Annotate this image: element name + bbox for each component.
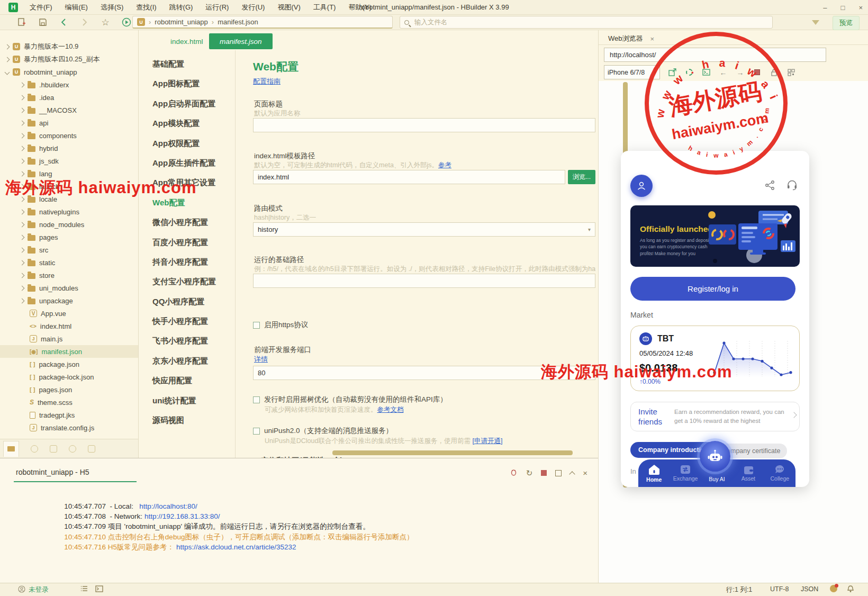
close-console-icon[interactable]: × [583,468,587,477]
tree-row[interactable]: theme.scss [0,396,138,409]
chevron-icon[interactable] [20,158,25,164]
tree-row[interactable]: src [0,243,138,256]
dev-port-detail-link[interactable]: 详情 [254,355,268,364]
menu-item[interactable]: 文件(F) [23,3,59,11]
save-icon[interactable] [37,16,49,28]
tree-row[interactable]: package-lock.json [0,371,138,383]
tree-row[interactable]: pages [0,231,138,243]
config-nav-item[interactable]: 百度小程序配置 [139,232,235,252]
bell-icon[interactable] [847,585,854,594]
config-nav-item[interactable]: 飞书小程序配置 [139,331,235,350]
treeshake-checkbox-row[interactable]: 发行时启用摇树优化（自动裁剪没有使用的组件和API库） [253,395,447,404]
tree-row[interactable]: robotmint_uniapp [0,66,138,78]
console-tab[interactable]: robotmint_uniapp - H5 [16,468,89,476]
menu-item[interactable]: 帮助(Y) [342,3,377,11]
https-checkbox-row[interactable]: 启用https协议 [253,320,308,330]
share-icon[interactable] [765,180,775,193]
login-status[interactable]: 未登录 [29,585,49,594]
tree-row[interactable]: unpackage [0,294,138,307]
config-nav-item[interactable]: uni统计配置 [139,391,235,410]
filetype-indicator[interactable]: JSON [801,585,818,593]
chevron-icon[interactable] [20,82,25,87]
terminal-icon[interactable] [95,585,103,594]
horizontal-scrollbar[interactable] [332,450,573,455]
tree-row[interactable]: translate.config.js [0,421,138,434]
outline-icon[interactable] [80,585,88,593]
config-nav-item[interactable]: 京东小程序配置 [139,351,235,371]
chevron-icon[interactable] [20,285,25,291]
chevron-icon[interactable] [20,260,25,265]
chevron-icon[interactable] [20,234,25,240]
chevron-icon[interactable] [20,171,25,176]
breadcrumb[interactable]: U › robotmint_uniapp › manifest.json [132,16,393,29]
tree-row[interactable]: components [0,129,138,142]
tree-row[interactable]: .idea [0,91,138,104]
config-nav-item[interactable]: App启动界面配置 [139,94,235,113]
star-icon[interactable]: ☆ [100,16,111,28]
tree-row[interactable]: api [0,116,138,129]
search-input[interactable] [413,18,731,26]
config-nav-item[interactable]: QQ小程序配置 [139,292,235,311]
chevron-icon[interactable] [5,57,10,62]
extensions-panel-icon[interactable] [88,445,95,453]
unipush-checkbox[interactable] [253,428,260,435]
config-nav-item[interactable]: 支付宝小程序配置 [139,272,235,291]
tab-index-html[interactable]: index.html [160,33,214,49]
config-guide-link[interactable]: 配置指南 [253,77,281,86]
run-icon[interactable] [121,16,132,28]
nav-college[interactable]: College [764,459,795,487]
tree-row[interactable]: tradegpt.jks [0,409,138,421]
page-title-input[interactable] [253,118,595,132]
update-icon[interactable] [830,585,837,594]
tree-row[interactable]: 暴力熊版本四10.25_副本 [0,53,138,66]
tree-row[interactable]: store [0,269,138,282]
menu-item[interactable]: 选择(S) [94,3,130,11]
config-nav-item[interactable]: App原生插件配置 [139,153,235,173]
new-file-icon[interactable] [16,16,28,28]
config-nav-item[interactable]: 微信小程序配置 [139,212,235,232]
tree-row[interactable]: js_sdk [0,155,138,167]
breadcrumb-file[interactable]: manifest.json [218,18,258,26]
filter-icon[interactable] [810,16,821,28]
debug-icon[interactable] [510,468,518,478]
config-nav-item[interactable]: 快手小程序配置 [139,311,235,331]
chevron-icon[interactable] [20,209,25,214]
chevron-icon[interactable] [20,247,25,252]
menu-item[interactable]: 工具(T) [307,3,342,11]
tree-row[interactable]: manifest.json [0,345,138,358]
menu-item[interactable]: 跳转(G) [163,3,200,11]
breadcrumb-project[interactable]: robotmint_uniapp [155,18,207,26]
buy-ai-robot-icon[interactable] [700,441,730,472]
history-panel-icon[interactable] [69,445,76,453]
close-button[interactable]: × [858,4,863,12]
register-login-button[interactable]: Register/log in [630,277,795,301]
menu-item[interactable]: 发行(U) [235,3,271,11]
chevron-icon[interactable] [5,69,10,75]
config-nav-item[interactable]: App权限配置 [139,133,235,153]
nav-home[interactable]: Home [638,459,670,487]
nav-asset[interactable]: Asset [733,459,764,487]
chevron-icon[interactable] [5,44,10,49]
config-nav-item[interactable]: 基础配置 [139,54,235,74]
treeshake-doc-link[interactable]: 参考文档 [377,406,404,413]
preview-button[interactable]: 预览 [833,16,860,30]
search-panel-icon[interactable] [31,445,38,453]
router-mode-select[interactable]: history▾ [253,222,595,237]
chevron-icon[interactable] [20,298,25,303]
menu-item[interactable]: 编辑(E) [59,3,94,11]
tree-row[interactable]: __MACOSX [0,104,138,116]
config-nav-item[interactable]: App模块配置 [139,113,235,133]
tree-row[interactable]: static [0,256,138,269]
collapse-icon[interactable] [569,471,575,477]
avatar[interactable] [630,175,653,197]
template-path-input[interactable]: index.html [253,170,565,184]
promo-banner[interactable]: Officially launched As long as you regis… [630,205,800,267]
config-nav-item[interactable]: App图标配置 [139,74,235,93]
rerun-icon[interactable]: ↻ [526,468,533,478]
tree-row[interactable]: 暴力熊版本一10.9 [0,40,138,53]
cursor-position[interactable]: 行:1 列:1 [726,585,752,594]
back-icon[interactable] [58,16,70,28]
tree-row[interactable]: hybrid [0,142,138,155]
config-nav-item[interactable]: 抖音小程序配置 [139,252,235,272]
tree-row[interactable]: pages.json [0,383,138,396]
